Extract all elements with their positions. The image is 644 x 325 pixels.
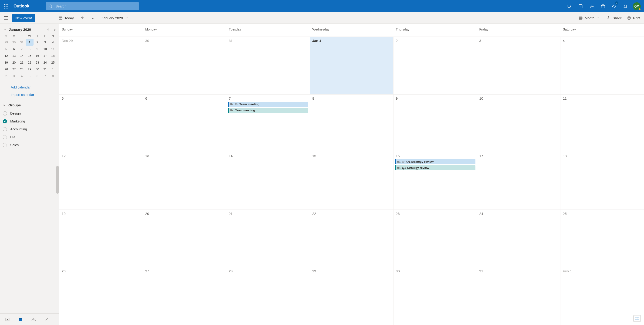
- mini-date-cell[interactable]: 6: [34, 73, 41, 80]
- bell-icon[interactable]: [620, 0, 631, 12]
- calendar-cell[interactable]: 17: [477, 152, 561, 210]
- nav-toggle-icon[interactable]: [3, 15, 9, 21]
- calendar-cell[interactable]: 6: [143, 94, 226, 152]
- calendar-cell[interactable]: Dec 29: [59, 37, 143, 94]
- mini-date-cell[interactable]: 18: [49, 52, 57, 59]
- scrollbar-thumb[interactable]: [56, 166, 59, 194]
- mini-date-cell[interactable]: 3: [41, 39, 49, 46]
- calendar-cell[interactable]: 168aQ1 Strategy review8aQ1 Strategy revi…: [394, 152, 477, 210]
- next-arrow-icon[interactable]: [91, 16, 95, 20]
- chevron-down-icon[interactable]: [3, 28, 6, 32]
- mini-date-cell[interactable]: 14: [18, 52, 26, 59]
- mini-date-cell[interactable]: 29: [26, 66, 33, 73]
- calendar-module-icon[interactable]: [15, 315, 26, 324]
- today-button[interactable]: Today: [58, 16, 74, 20]
- calendar-cell[interactable]: 18: [560, 152, 644, 210]
- mini-date-cell[interactable]: 30: [10, 39, 18, 46]
- mini-date-cell[interactable]: 15: [26, 52, 33, 59]
- mini-date-cell[interactable]: 31: [41, 66, 49, 73]
- mini-date-cell[interactable]: 30: [34, 66, 41, 73]
- mini-date-cell[interactable]: 31: [18, 39, 26, 46]
- megaphone-icon[interactable]: 7: [608, 0, 620, 12]
- mini-date-cell[interactable]: 2: [34, 39, 41, 46]
- mini-date-cell[interactable]: 4: [18, 73, 26, 80]
- calendar-cell[interactable]: 22: [310, 210, 394, 268]
- group-item[interactable]: Marketing: [2, 117, 57, 125]
- mini-date-cell[interactable]: 28: [18, 66, 26, 73]
- mini-date-cell[interactable]: 24: [41, 59, 49, 66]
- group-item[interactable]: HR: [2, 133, 57, 141]
- app-launcher-icon[interactable]: [3, 4, 9, 9]
- account-avatar[interactable]: QM: [633, 2, 641, 10]
- calendar-event[interactable]: 8aTeam meeting: [228, 108, 308, 113]
- import-calendar-link[interactable]: Import calendar: [11, 91, 57, 98]
- mini-date-cell[interactable]: 25: [49, 59, 57, 66]
- mini-date-cell[interactable]: 8: [26, 46, 33, 52]
- prev-arrow-icon[interactable]: [80, 16, 84, 20]
- calendar-cell[interactable]: 25: [560, 210, 644, 268]
- mini-date-cell[interactable]: 2: [2, 73, 10, 80]
- mini-date-cell[interactable]: 16: [34, 52, 41, 59]
- calendar-event[interactable]: 8aQ1 Strategy review: [395, 165, 476, 170]
- mini-date-cell[interactable]: 1: [49, 66, 57, 73]
- calendar-cell[interactable]: 78aTeam meeting8aTeam meeting: [226, 94, 310, 152]
- mini-date-cell[interactable]: 5: [26, 73, 33, 80]
- calendar-cell[interactable]: 24: [477, 210, 561, 268]
- mini-date-cell[interactable]: 20: [10, 59, 18, 66]
- calendar-cell[interactable]: 12: [59, 152, 143, 210]
- calendar-cell[interactable]: 2: [394, 37, 477, 94]
- settings-icon[interactable]: [586, 0, 598, 12]
- calendar-cell[interactable]: 9: [394, 94, 477, 152]
- mini-next-icon[interactable]: [53, 28, 56, 31]
- group-checkbox[interactable]: [3, 143, 7, 147]
- group-checkbox[interactable]: [3, 119, 7, 124]
- todo-module-icon[interactable]: [41, 315, 52, 324]
- mini-date-cell[interactable]: 17: [41, 52, 49, 59]
- calendar-cell[interactable]: 11: [560, 94, 644, 152]
- help-icon[interactable]: [598, 0, 608, 12]
- group-checkbox[interactable]: [3, 111, 7, 116]
- people-module-icon[interactable]: [28, 315, 39, 324]
- share-button[interactable]: Share: [606, 16, 622, 20]
- mini-date-cell[interactable]: 29: [2, 39, 10, 46]
- mini-date-cell[interactable]: 27: [10, 66, 18, 73]
- calendar-cell[interactable]: 13: [143, 152, 226, 210]
- calendar-cell[interactable]: 19: [59, 210, 143, 268]
- group-item[interactable]: Design: [2, 110, 57, 117]
- mail-module-icon[interactable]: [2, 315, 13, 324]
- mini-date-cell[interactable]: 22: [26, 59, 33, 66]
- group-checkbox[interactable]: [3, 127, 7, 131]
- calendar-cell[interactable]: 14: [226, 152, 310, 210]
- mini-date-cell[interactable]: 10: [41, 46, 49, 52]
- mini-date-cell[interactable]: 13: [10, 52, 18, 59]
- calendar-cell[interactable]: Jan 1: [310, 37, 394, 94]
- calendar-cell[interactable]: 20: [143, 210, 226, 268]
- teams-call-icon[interactable]: [564, 0, 575, 12]
- search-input[interactable]: [56, 4, 136, 8]
- calendar-cell[interactable]: 27: [143, 267, 226, 325]
- mini-date-cell[interactable]: 12: [2, 52, 10, 59]
- calendar-event[interactable]: 8aTeam meeting: [228, 102, 308, 107]
- month-picker[interactable]: January 2020: [102, 16, 128, 20]
- calendar-cell[interactable]: 29: [310, 267, 394, 325]
- calendar-cell[interactable]: 21: [226, 210, 310, 268]
- calendar-cell[interactable]: 30: [394, 267, 477, 325]
- calendar-cell[interactable]: 10: [477, 94, 561, 152]
- groups-header[interactable]: Groups: [2, 102, 57, 110]
- mini-date-cell[interactable]: 3: [10, 73, 18, 80]
- mini-date-cell[interactable]: 23: [34, 59, 41, 66]
- new-event-button[interactable]: New event: [12, 14, 35, 22]
- mini-date-cell[interactable]: 4: [49, 39, 57, 46]
- mini-date-cell[interactable]: 7: [41, 73, 49, 80]
- notes-icon[interactable]: [575, 0, 586, 12]
- calendar-cell[interactable]: Feb 1: [560, 267, 644, 325]
- mini-prev-icon[interactable]: [46, 28, 50, 31]
- mini-date-cell[interactable]: 11: [49, 46, 57, 52]
- calendar-cell[interactable]: 30: [143, 37, 226, 94]
- mini-date-cell[interactable]: 8: [49, 73, 57, 80]
- mini-date-cell[interactable]: 5: [2, 46, 10, 52]
- mini-date-cell[interactable]: 6: [10, 46, 18, 52]
- mini-date-cell[interactable]: 9: [34, 46, 41, 52]
- calendar-event[interactable]: 8aQ1 Strategy review: [395, 159, 476, 164]
- calendar-cell[interactable]: 4: [560, 37, 644, 94]
